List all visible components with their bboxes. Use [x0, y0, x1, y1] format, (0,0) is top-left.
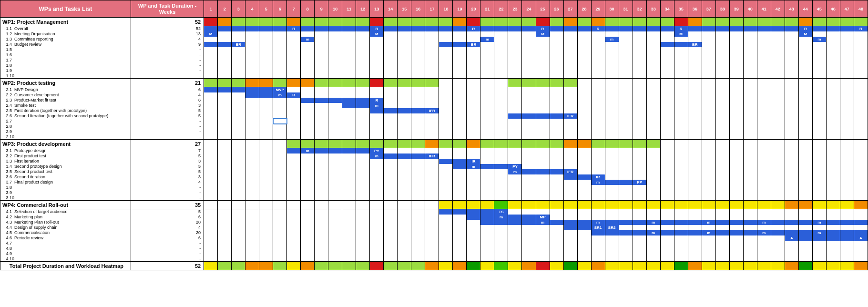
- gantt-cell[interactable]: m: [301, 148, 315, 154]
- gantt-cell[interactable]: [370, 215, 384, 220]
- gantt-cell[interactable]: [840, 26, 854, 31]
- gantt-cell[interactable]: [771, 209, 785, 215]
- heat-cell[interactable]: [467, 140, 480, 148]
- heat-cell[interactable]: [453, 140, 467, 148]
- gantt-cell[interactable]: [674, 154, 688, 159]
- gantt-cell[interactable]: [785, 246, 798, 251]
- gantt-cell[interactable]: [342, 63, 356, 68]
- gantt-cell[interactable]: [218, 37, 232, 42]
- gantt-cell[interactable]: [812, 164, 826, 169]
- gantt-cell[interactable]: [605, 246, 619, 251]
- gantt-cell[interactable]: [785, 87, 798, 92]
- gantt-cell[interactable]: [660, 113, 674, 119]
- gantt-cell[interactable]: [425, 235, 439, 241]
- gantt-cell[interactable]: [536, 251, 550, 256]
- heat-cell[interactable]: [646, 18, 660, 26]
- gantt-cell[interactable]: [508, 108, 522, 113]
- gantt-cell[interactable]: [633, 129, 646, 134]
- heat-cell[interactable]: [785, 18, 798, 26]
- heat-cell[interactable]: [785, 79, 798, 87]
- gantt-cell[interactable]: [702, 119, 715, 124]
- gantt-cell[interactable]: [563, 174, 577, 180]
- gantt-cell[interactable]: [328, 154, 342, 159]
- gantt-cell[interactable]: [218, 124, 232, 129]
- gantt-cell[interactable]: [315, 103, 328, 108]
- gantt-cell[interactable]: [605, 42, 619, 47]
- gantt-cell[interactable]: [743, 31, 757, 37]
- gantt-cell[interactable]: [702, 180, 715, 185]
- gantt-cell[interactable]: [798, 73, 812, 79]
- gantt-cell[interactable]: BR: [232, 42, 245, 47]
- gantt-cell[interactable]: [218, 52, 232, 58]
- gantt-cell[interactable]: [743, 235, 757, 241]
- gantt-cell[interactable]: [854, 220, 868, 225]
- gantt-cell[interactable]: [826, 37, 840, 42]
- gantt-cell[interactable]: [398, 246, 411, 251]
- gantt-cell[interactable]: [605, 58, 619, 63]
- gantt-cell[interactable]: [287, 113, 301, 119]
- gantt-cell[interactable]: [356, 98, 370, 103]
- gantt-cell[interactable]: [522, 134, 536, 140]
- gantt-cell[interactable]: [743, 73, 757, 79]
- gantt-cell[interactable]: [688, 68, 702, 73]
- gantt-cell[interactable]: [384, 58, 398, 63]
- gantt-cell[interactable]: [757, 169, 771, 174]
- gantt-cell[interactable]: [411, 31, 425, 37]
- gantt-cell[interactable]: [245, 185, 259, 190]
- gantt-cell[interactable]: [674, 58, 688, 63]
- gantt-cell[interactable]: [398, 68, 411, 73]
- gantt-cell[interactable]: [232, 68, 245, 73]
- heat-cell[interactable]: [826, 18, 840, 26]
- gantt-cell[interactable]: [840, 185, 854, 190]
- heat-cell[interactable]: [715, 201, 729, 209]
- heat-cell[interactable]: [840, 201, 854, 209]
- gantt-cell[interactable]: R: [798, 26, 812, 31]
- gantt-cell[interactable]: [605, 108, 619, 113]
- heat-cell[interactable]: [425, 201, 439, 209]
- gantt-cell[interactable]: [315, 119, 328, 124]
- gantt-cell[interactable]: [619, 190, 633, 195]
- gantt-cell[interactable]: [785, 58, 798, 63]
- gantt-cell[interactable]: [563, 251, 577, 256]
- gantt-cell[interactable]: [633, 220, 646, 225]
- gantt-cell[interactable]: [315, 246, 328, 251]
- gantt-cell[interactable]: [785, 256, 798, 262]
- gantt-cell[interactable]: [273, 154, 287, 159]
- gantt-cell[interactable]: [660, 42, 674, 47]
- gantt-cell[interactable]: [370, 68, 384, 73]
- gantt-cell[interactable]: [854, 164, 868, 169]
- gantt-cell[interactable]: [508, 225, 522, 230]
- gantt-cell[interactable]: [439, 220, 453, 225]
- gantt-cell[interactable]: [605, 235, 619, 241]
- gantt-cell[interactable]: [729, 251, 743, 256]
- gantt-cell[interactable]: [812, 108, 826, 113]
- gantt-cell[interactable]: [729, 195, 743, 201]
- heat-cell[interactable]: [785, 140, 798, 148]
- gantt-cell[interactable]: [619, 251, 633, 256]
- gantt-cell[interactable]: [826, 195, 840, 201]
- gantt-cell[interactable]: [812, 148, 826, 154]
- gantt-cell[interactable]: [370, 195, 384, 201]
- gantt-cell[interactable]: [439, 195, 453, 201]
- gantt-cell[interactable]: [826, 256, 840, 262]
- gantt-cell[interactable]: [301, 63, 315, 68]
- gantt-cell[interactable]: [757, 108, 771, 113]
- gantt-cell[interactable]: [218, 235, 232, 241]
- gantt-cell[interactable]: [536, 241, 550, 246]
- gantt-cell[interactable]: [702, 52, 715, 58]
- gantt-cell[interactable]: [508, 190, 522, 195]
- gantt-cell[interactable]: [563, 195, 577, 201]
- gantt-cell[interactable]: [480, 164, 494, 169]
- gantt-cell[interactable]: [715, 190, 729, 195]
- gantt-cell[interactable]: [232, 63, 245, 68]
- gantt-cell[interactable]: [660, 124, 674, 129]
- gantt-cell[interactable]: [660, 159, 674, 164]
- heat-cell[interactable]: [273, 18, 287, 26]
- gantt-cell[interactable]: [204, 159, 218, 164]
- gantt-cell[interactable]: [439, 185, 453, 190]
- gantt-cell[interactable]: [398, 37, 411, 42]
- gantt-cell[interactable]: [411, 52, 425, 58]
- gantt-cell[interactable]: [204, 58, 218, 63]
- gantt-cell[interactable]: [328, 58, 342, 63]
- heat-cell[interactable]: [757, 262, 771, 270]
